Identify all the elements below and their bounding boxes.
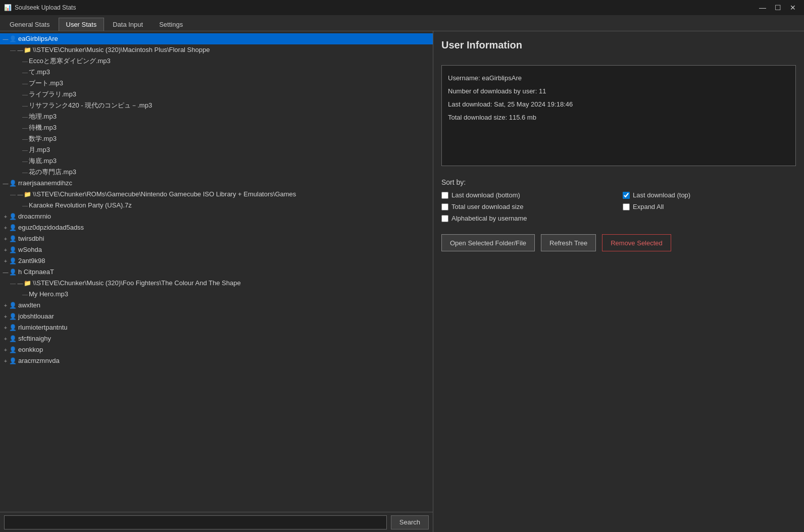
tree-row[interactable]: + 👤 2ant9k98 — [0, 255, 433, 267]
user-icon: 👤 — [9, 211, 17, 222]
connector-icon: — — [22, 89, 28, 100]
tab-user-stats[interactable]: User Stats — [59, 18, 105, 31]
expand-icon: + — [2, 322, 9, 333]
window-controls: — ☐ ✕ — [756, 2, 800, 13]
tree-row[interactable]: — 待機.mp3 — [0, 122, 433, 133]
tree-row[interactable]: — ライブラリ.mp3 — [0, 89, 433, 100]
tree-row[interactable]: — 数学.mp3 — [0, 133, 433, 144]
sort-option-alphabetical[interactable]: Alphabetical by username — [441, 215, 615, 222]
tree-row[interactable]: — 👤 rraerjsaanemdihzc — [0, 178, 433, 189]
tree-row[interactable]: — 👤 h CitpnaeaT — [0, 267, 433, 278]
tree-row[interactable]: — リサフランク420 - 現代のコンピュ－.mp3 — [0, 100, 433, 111]
connector-icon: — — [22, 122, 28, 133]
expand-icon: + — [2, 255, 9, 267]
expand-icon: + — [2, 355, 9, 366]
sort-label-alphabetical: Alphabetical by username — [451, 215, 527, 222]
folder-icon: 📁 — [24, 189, 31, 200]
tree-row[interactable]: + 👤 awxlten — [0, 300, 433, 311]
user-icon: 👤 — [9, 178, 17, 189]
connector-icon: — — [22, 133, 28, 144]
sort-label-total-size: Total user download size — [451, 203, 523, 210]
expand-icon: — — [17, 278, 24, 289]
tree-row[interactable]: + 👤 eguz0dpzidodad5adss — [0, 222, 433, 233]
action-buttons: Open Selected Folder/File Refresh Tree R… — [441, 234, 796, 251]
tab-general-stats[interactable]: General Stats — [2, 18, 58, 31]
tree-row[interactable]: — — 📁 \\STEVE\Chunker\Music (320)\Macint… — [0, 44, 433, 56]
refresh-tree-button[interactable]: Refresh Tree — [541, 234, 596, 251]
tree-row[interactable]: — 👤 eaGirblipsAre — [0, 33, 433, 44]
expand-icon: — — [2, 33, 9, 44]
tree-row[interactable]: + 👤 eonkkop — [0, 344, 433, 355]
app-icon: 📊 — [4, 4, 12, 11]
user-icon: 👤 — [9, 333, 17, 344]
username-line: Username: eaGirblipsAre — [448, 72, 789, 85]
sort-option-last-bottom[interactable]: Last download (bottom) — [441, 191, 615, 199]
tree-row[interactable]: + 👤 wSohda — [0, 244, 433, 255]
sort-section: Sort by: Last download (bottom) Last dow… — [441, 178, 796, 222]
tab-settings[interactable]: Settings — [152, 18, 190, 31]
tree-row[interactable]: + 👤 rlumiotertpantntu — [0, 322, 433, 333]
expand-icon: + — [2, 300, 9, 311]
tree-row[interactable]: — — 📁 \\STEVE\Chunker\ROMs\Gamecube\Nint… — [0, 189, 433, 200]
titlebar: 📊 Soulseek Upload Stats — ☐ ✕ — [0, 0, 804, 15]
sort-option-expand-all[interactable]: Expand All — [623, 203, 796, 210]
sort-checkbox-last-bottom[interactable] — [441, 192, 448, 199]
expand-icon: + — [2, 244, 9, 255]
tree-row[interactable]: — て.mp3 — [0, 67, 433, 78]
search-bar: Search — [0, 512, 433, 532]
connector-icon: — — [22, 289, 28, 300]
sort-checkbox-expand-all[interactable] — [623, 203, 630, 210]
tab-data-input[interactable]: Data Input — [105, 18, 150, 31]
sort-option-total-size[interactable]: Total user download size — [441, 203, 615, 210]
tree-row[interactable]: + 👤 sfcftinaighy — [0, 333, 433, 344]
tree-row[interactable]: + 👤 jobshtlouaar — [0, 311, 433, 322]
connector-icon: — — [22, 78, 28, 89]
expand-icon: + — [2, 211, 9, 222]
tree-row[interactable]: — ブート.mp3 — [0, 78, 433, 89]
maximize-button[interactable]: ☐ — [771, 2, 785, 13]
folder-icon: 📁 — [24, 278, 31, 289]
sort-option-last-top[interactable]: Last download (top) — [623, 191, 796, 199]
open-folder-button[interactable]: Open Selected Folder/File — [441, 234, 535, 251]
tree-row[interactable]: — 海底.mp3 — [0, 155, 433, 167]
connector-icon: — — [22, 155, 28, 167]
sort-label-expand-all: Expand All — [633, 203, 664, 210]
tree-row[interactable]: — My Hero.mp3 — [0, 289, 433, 300]
user-icon: 👤 — [9, 233, 17, 244]
tree-row[interactable]: — Eccoと悪寒ダイビング.mp3 — [0, 56, 433, 67]
sort-checkbox-last-top[interactable] — [623, 192, 630, 199]
last-download-line: Last download: Sat, 25 May 2024 19:18:46 — [448, 98, 789, 111]
close-button[interactable]: ✕ — [786, 2, 800, 13]
downloads-line: Number of downloads by user: 11 — [448, 85, 789, 98]
window-title: 📊 Soulseek Upload Stats — [4, 4, 76, 11]
tree-row[interactable]: — 花の専門店.mp3 — [0, 167, 433, 178]
search-button[interactable]: Search — [391, 515, 429, 529]
sort-checkbox-alphabetical[interactable] — [441, 215, 448, 222]
search-input[interactable] — [4, 515, 387, 529]
minimize-button[interactable]: — — [756, 2, 770, 13]
expand-icon: + — [2, 344, 9, 355]
expand-icon: + — [2, 233, 9, 244]
connector-icon: — — [22, 100, 28, 111]
tree-row[interactable]: + 👤 aracmzmnvda — [0, 355, 433, 366]
tree-row[interactable]: + 👤 twirsdbhi — [0, 233, 433, 244]
expand-icon: + — [2, 222, 9, 233]
remove-selected-button[interactable]: Remove Selected — [602, 234, 671, 251]
expand-icon: + — [2, 333, 9, 344]
connector-icon: — — [22, 67, 28, 78]
tree-scroll[interactable]: — 👤 eaGirblipsAre — — 📁 \\STEVE\Chunker\… — [0, 31, 433, 512]
tree-row[interactable]: — 地理.mp3 — [0, 111, 433, 122]
right-panel: User Information Username: eaGirblipsAre… — [433, 31, 804, 532]
tree-row[interactable]: + 👤 droacmrnio — [0, 211, 433, 222]
connector-icon: — — [22, 200, 28, 211]
sort-label-last-bottom: Last download (bottom) — [451, 191, 520, 199]
sort-checkbox-total-size[interactable] — [441, 203, 448, 210]
expand-icon: + — [2, 311, 9, 322]
expand-icon: — — [17, 44, 24, 56]
tree-row[interactable]: — Karaoke Revolution Party (USA).7z — [0, 200, 433, 211]
tree-row[interactable]: — 月.mp3 — [0, 144, 433, 155]
sort-title: Sort by: — [441, 178, 796, 186]
tree-row[interactable]: — — 📁 \\STEVE\Chunker\Music (320)\Foo Fi… — [0, 278, 433, 289]
expand-icon: — — [17, 189, 24, 200]
user-icon: 👤 — [9, 33, 17, 44]
